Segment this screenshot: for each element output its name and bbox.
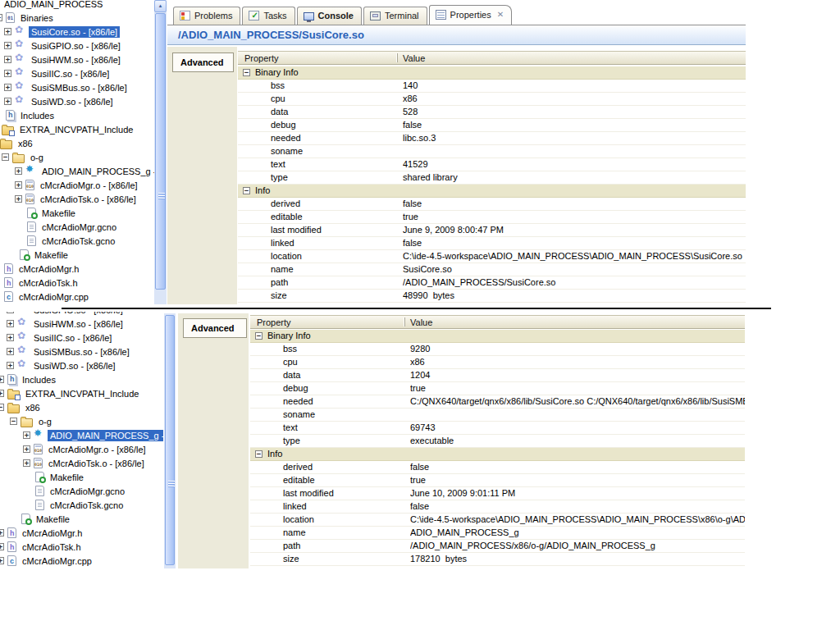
- tree-item[interactable]: cMcrAdioTsk.h: [0, 276, 154, 290]
- property-row[interactable]: soname: [250, 409, 745, 422]
- expand-box[interactable]: +: [0, 529, 4, 536]
- property-row[interactable]: data1204: [250, 369, 745, 382]
- property-row[interactable]: text41529: [238, 158, 746, 171]
- tree-item[interactable]: +SusiSMBus.so - [x86/le]: [0, 345, 163, 358]
- property-row[interactable]: path/ADIO_MAIN_PROCESS/x86/o-g/ADIO_MAIN…: [250, 540, 745, 553]
- property-row[interactable]: cpux86: [250, 356, 745, 369]
- tree-item[interactable]: +cMcrAdioTsk.o - [x86/le]: [0, 192, 154, 206]
- tree-scrollbar-top[interactable]: ▲: [154, 0, 167, 304]
- expand-box[interactable]: +: [15, 167, 22, 175]
- tree-item[interactable]: x86: [0, 136, 154, 150]
- tree-item[interactable]: +SusiIIC.so - [x86/le]: [0, 331, 163, 345]
- column-divider[interactable]: [404, 317, 405, 326]
- tree-item[interactable]: +SusiGPIO.so - [x86/le]: [0, 39, 154, 52]
- tree-item[interactable]: Includes: [0, 108, 154, 122]
- expand-box[interactable]: −: [0, 404, 4, 411]
- property-row[interactable]: path/ADIO_MAIN_PROCESS/SusiCore.so: [238, 276, 746, 290]
- tab-tasks[interactable]: Tasks: [242, 7, 294, 25]
- column-divider[interactable]: [396, 53, 398, 62]
- expand-box[interactable]: +: [15, 195, 22, 203]
- property-row[interactable]: size48990 bytes: [238, 290, 746, 303]
- tab-problems[interactable]: Problems: [173, 7, 240, 25]
- expand-box[interactable]: +: [0, 543, 4, 550]
- table-header[interactable]: Property Value: [250, 315, 745, 329]
- tree-item[interactable]: +ADIO_MAIN_PROCESS_g -: [0, 164, 154, 178]
- expand-box[interactable]: +: [4, 42, 11, 49]
- tree-item[interactable]: +cMcrAdioMgr.cpp: [0, 554, 163, 568]
- collapse-box[interactable]: −: [243, 69, 250, 76]
- tree-item[interactable]: Makefile: [0, 248, 154, 262]
- property-group-row[interactable]: −Binary Info: [250, 330, 745, 343]
- property-row[interactable]: bss140: [238, 80, 746, 93]
- property-group-row[interactable]: −Info: [238, 185, 746, 198]
- property-row[interactable]: neededlibc.so.3: [238, 132, 746, 145]
- tree-scrollbar-bottom[interactable]: [164, 313, 176, 568]
- tab-console[interactable]: Console: [297, 7, 362, 25]
- property-row[interactable]: soname: [238, 145, 746, 158]
- property-row[interactable]: bss9280: [250, 343, 745, 356]
- property-group-row[interactable]: −Info: [250, 448, 745, 461]
- property-row[interactable]: typeshared library: [238, 171, 746, 185]
- property-row[interactable]: debugfalse: [238, 119, 746, 132]
- tree-item[interactable]: cMcrAdioMgr.gcno: [0, 484, 163, 498]
- tree-item[interactable]: +SusiSMBus.so - [x86/le]: [0, 80, 154, 94]
- expand-box[interactable]: +: [7, 362, 14, 369]
- tree-item[interactable]: +SusiIIC.so - [x86/le]: [0, 66, 154, 80]
- column-header-value[interactable]: Value: [410, 317, 432, 327]
- expand-box[interactable]: +: [0, 376, 4, 383]
- expand-box[interactable]: +: [0, 390, 4, 397]
- property-row[interactable]: text69743: [250, 422, 745, 435]
- collapse-box[interactable]: −: [243, 187, 250, 194]
- property-row[interactable]: debugtrue: [250, 382, 745, 395]
- expand-box[interactable]: +: [4, 84, 11, 91]
- collapse-box[interactable]: −: [255, 450, 262, 458]
- tree-item[interactable]: −o-g: [0, 150, 154, 164]
- tree-item[interactable]: cMcrAdioMgr.cpp: [0, 290, 154, 304]
- tree-item[interactable]: Makefile: [0, 206, 154, 220]
- tree-item[interactable]: +cMcrAdioMgr.o - [x86/le]: [0, 178, 154, 192]
- property-row[interactable]: locationC:\ide-4.5-workspace\ADIO_MAIN_P…: [250, 514, 745, 527]
- tree-item[interactable]: +EXTRA_INCVPATH_Include: [0, 386, 163, 400]
- tab-terminal[interactable]: Terminal: [363, 7, 427, 25]
- expand-box[interactable]: +: [4, 70, 11, 77]
- tree-item[interactable]: −Binaries: [0, 11, 154, 25]
- expand-box[interactable]: −: [0, 14, 2, 21]
- expand-box[interactable]: +: [23, 431, 30, 439]
- tree-item[interactable]: +ADIO_MAIN_PROCESS_g -: [0, 428, 163, 442]
- expand-box[interactable]: +: [7, 334, 14, 341]
- collapse-box[interactable]: −: [255, 332, 262, 340]
- table-header[interactable]: Property Value: [238, 51, 746, 65]
- tree-item[interactable]: +SusiHWM.so - [x86/le]: [0, 317, 163, 331]
- expand-box[interactable]: −: [10, 418, 17, 425]
- expand-box[interactable]: +: [7, 320, 14, 327]
- property-row[interactable]: last modifiedJune 9, 2009 8:00:47 PM: [238, 224, 746, 237]
- expand-box[interactable]: +: [0, 557, 4, 564]
- property-row[interactable]: size178210 bytes: [250, 553, 745, 566]
- column-header-value[interactable]: Value: [403, 53, 425, 63]
- property-row[interactable]: editabletrue: [250, 474, 745, 487]
- property-row[interactable]: cpux86: [238, 93, 746, 106]
- property-row[interactable]: derivedfalse: [250, 461, 745, 474]
- tree-item[interactable]: cMcrAdioMgr.gcno: [0, 220, 154, 234]
- tree-item[interactable]: cMcrAdioTsk.gcno: [0, 234, 154, 248]
- tree-item[interactable]: ADIO_MAIN_PROCESS: [0, 0, 154, 11]
- tree-item[interactable]: +SusiWD.so - [x86/le]: [0, 94, 154, 108]
- tab-advanced-bottom[interactable]: Advanced: [183, 318, 247, 338]
- property-row[interactable]: locationC:\ide-4.5-workspace\ADIO_MAIN_P…: [238, 250, 746, 263]
- tree-item[interactable]: EXTRA_INCVPATH_Include: [0, 122, 154, 136]
- expand-box[interactable]: +: [23, 445, 30, 453]
- expand-box[interactable]: −: [2, 153, 9, 161]
- tree-item[interactable]: +Includes: [0, 372, 163, 386]
- tree-item[interactable]: Makefile: [0, 512, 163, 526]
- column-header-property[interactable]: Property: [244, 53, 279, 63]
- expand-box[interactable]: +: [23, 459, 30, 467]
- tree-item[interactable]: +cMcrAdioTsk.h: [0, 540, 163, 554]
- property-group-row[interactable]: −Binary Info: [238, 66, 746, 80]
- close-icon[interactable]: ✕: [497, 11, 504, 19]
- expand-box[interactable]: +: [4, 98, 11, 105]
- tree-item[interactable]: +SusiHWM.so - [x86/le]: [0, 52, 154, 66]
- tree-item[interactable]: +cMcrAdioMgr.h: [0, 526, 163, 540]
- expand-box[interactable]: +: [7, 348, 14, 355]
- tree-item[interactable]: Makefile: [0, 470, 163, 484]
- tab-advanced-top[interactable]: Advanced: [172, 52, 234, 72]
